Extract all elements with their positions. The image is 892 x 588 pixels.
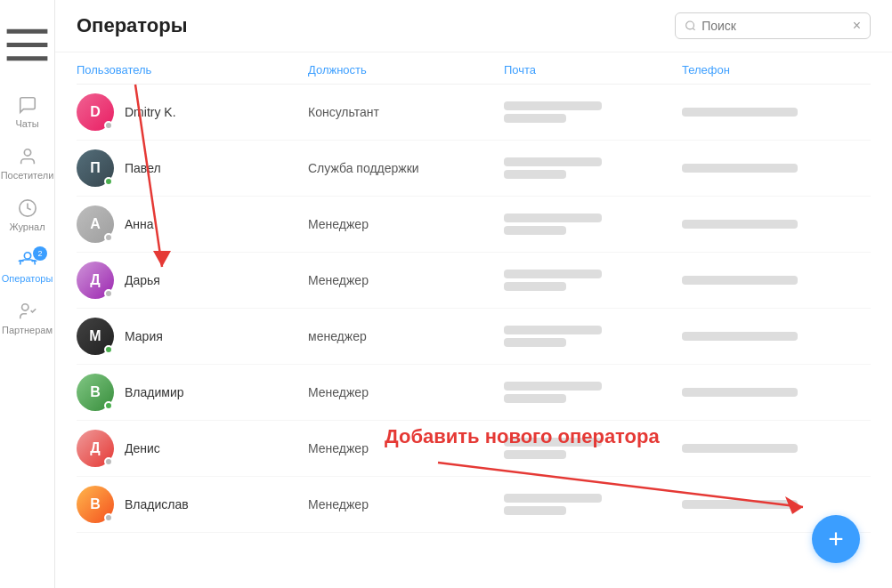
user-cell: Д Денис <box>77 430 308 467</box>
sidebar-item-chats-label: Чаты <box>15 118 38 129</box>
table-row[interactable]: Д Денис Менеджер <box>77 421 871 477</box>
avatar-status <box>104 457 113 466</box>
svg-line-8 <box>693 28 694 30</box>
user-name: Владислав <box>125 497 189 511</box>
table-row[interactable]: В Владислав Менеджер <box>77 477 871 533</box>
phone-blur-1 <box>682 108 798 117</box>
phone-cell <box>682 220 860 229</box>
avatar-status <box>104 345 113 354</box>
email-blur-2 <box>504 226 566 235</box>
avatar: В <box>77 486 114 523</box>
avatar-status <box>104 177 113 186</box>
phone-cell <box>682 164 860 173</box>
main-content: Операторы × Пользователь Должность Почта… <box>55 0 892 588</box>
avatar-status <box>104 289 113 298</box>
user-name: Павел <box>125 161 161 175</box>
add-operator-button[interactable]: + <box>812 515 860 563</box>
role-cell: Менеджер <box>308 497 504 511</box>
email-cell <box>504 213 682 235</box>
email-blur-1 <box>504 494 602 503</box>
sidebar-item-partners[interactable]: Партнерам <box>0 293 54 344</box>
search-input[interactable] <box>701 19 847 33</box>
email-blur-1 <box>504 157 602 166</box>
phone-blur-1 <box>682 332 798 341</box>
avatar-status <box>104 401 113 410</box>
user-name: Владимир <box>125 385 184 399</box>
table-row[interactable]: D Dmitry K. Консультант <box>77 85 871 141</box>
col-role: Должность <box>308 63 504 77</box>
table-row[interactable]: Д Дарья Менеджер <box>77 253 871 309</box>
table-row[interactable]: В Владимир Менеджер <box>77 365 871 421</box>
avatar: А <box>77 205 114 243</box>
email-blur-1 <box>504 382 602 391</box>
col-phone: Телефон <box>682 63 860 77</box>
avatar-status <box>104 233 113 242</box>
email-blur-2 <box>504 170 566 179</box>
avatar: Д <box>77 430 114 467</box>
phone-blur-1 <box>682 500 798 509</box>
user-cell: Д Дарья <box>77 262 308 299</box>
phone-cell <box>682 444 860 453</box>
user-cell: D Dmitry K. <box>77 93 308 131</box>
phone-cell <box>682 388 860 397</box>
table-container: Пользователь Должность Почта Телефон D D… <box>55 52 892 588</box>
sidebar-item-journal[interactable]: Журнал <box>0 189 54 241</box>
search-icon <box>685 19 696 33</box>
user-name: Денис <box>125 441 160 455</box>
sidebar: Чаты Посетители Журнал 2 Операторы <box>0 0 55 588</box>
col-email: Почта <box>504 63 682 77</box>
email-cell <box>504 270 682 291</box>
user-name: Анна <box>125 217 154 231</box>
hamburger-menu[interactable] <box>0 9 54 86</box>
table-body: D Dmitry K. Консультант П Павел <box>77 85 871 533</box>
page-title: Операторы <box>77 14 187 37</box>
email-cell <box>504 326 682 347</box>
phone-blur-1 <box>682 276 798 285</box>
phone-blur-1 <box>682 220 798 229</box>
user-cell: П Павел <box>77 149 308 187</box>
email-blur-2 <box>504 450 566 459</box>
phone-cell <box>682 500 860 509</box>
avatar: М <box>77 318 114 355</box>
role-cell: Менеджер <box>308 441 504 455</box>
svg-point-3 <box>24 149 30 156</box>
sidebar-item-operators[interactable]: 2 Операторы <box>0 241 54 293</box>
user-name: Dmitry K. <box>125 105 176 119</box>
col-user: Пользователь <box>77 63 308 77</box>
avatar: D <box>77 93 114 131</box>
table-header: Пользователь Должность Почта Телефон <box>77 52 871 85</box>
operators-badge: 2 <box>33 246 47 261</box>
avatar-status <box>104 121 113 130</box>
sidebar-item-chats[interactable]: Чаты <box>0 86 54 138</box>
svg-point-6 <box>21 304 28 310</box>
phone-cell <box>682 276 860 285</box>
sidebar-item-operators-label: Операторы <box>2 273 53 284</box>
email-cell <box>504 101 682 123</box>
avatar: П <box>77 149 114 187</box>
phone-blur-1 <box>682 388 798 397</box>
avatar-status <box>104 513 113 522</box>
email-cell <box>504 382 682 403</box>
sidebar-item-visitors[interactable]: Посетители <box>0 138 54 189</box>
avatar: Д <box>77 262 114 299</box>
phone-blur-1 <box>682 444 798 453</box>
table-row[interactable]: А Анна Менеджер <box>77 197 871 253</box>
svg-point-5 <box>24 253 30 259</box>
sidebar-item-visitors-label: Посетители <box>1 170 54 181</box>
email-cell <box>504 157 682 179</box>
email-cell <box>504 438 682 459</box>
email-blur-2 <box>504 282 566 291</box>
search-clear-button[interactable]: × <box>853 19 861 33</box>
table-row[interactable]: М Мария менеджер <box>77 309 871 365</box>
email-blur-1 <box>504 326 602 334</box>
email-cell <box>504 494 682 515</box>
user-name: Дарья <box>125 273 160 287</box>
search-box: × <box>675 12 871 39</box>
role-cell: Менеджер <box>308 217 504 231</box>
email-blur-2 <box>504 394 566 403</box>
email-blur-1 <box>504 213 602 222</box>
email-blur-2 <box>504 506 566 515</box>
sidebar-item-partners-label: Партнерам <box>2 325 53 335</box>
table-row[interactable]: П Павел Служба поддержки <box>77 141 871 197</box>
user-cell: А Анна <box>77 205 308 243</box>
